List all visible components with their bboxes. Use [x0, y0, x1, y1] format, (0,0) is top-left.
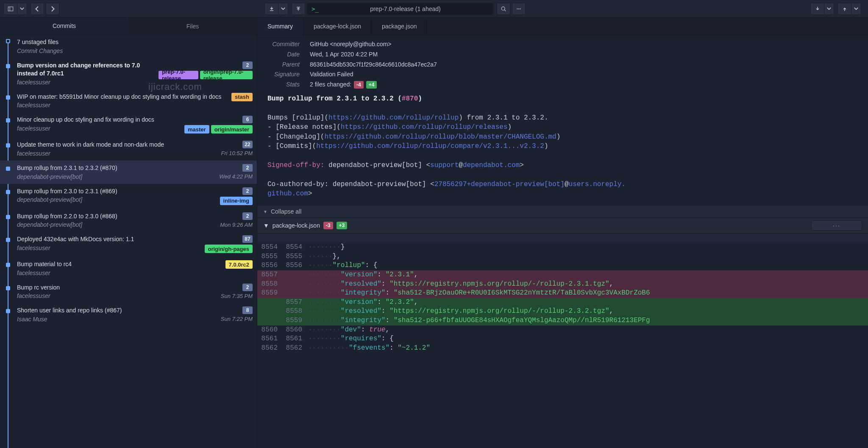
stats-deletions: -4 [354, 81, 364, 89]
commit-title: Minor cleanup up doc styling and fix wor… [17, 116, 154, 124]
commits-panel: Commits Files ijicrack.com 7 unstaged fi… [0, 18, 257, 448]
file-header[interactable]: ▼ package-lock.json -3 +3 ··· [257, 218, 868, 234]
commit-row[interactable]: Bump rollup from 2.3.1 to 2.3.2 (#870)de… [0, 161, 257, 184]
commit-author: dependabot-preview[bot] [17, 173, 117, 180]
commit-author: dependabot-preview[bot] [17, 196, 117, 203]
commit-title: Bump rollup from 2.3.1 to 2.3.2 (#870) [17, 164, 117, 173]
commit-title: Deployed 432e4ac with MkDocs version: 1.… [17, 235, 134, 244]
commit-title: Bump rc version [17, 284, 60, 292]
commit-row[interactable]: WIP on master: b5591bd Minor cleanup up … [0, 89, 257, 113]
unstaged-title: 7 unstaged files [17, 38, 253, 47]
commit-row[interactable]: Shorten user links and repo links (#867)… [0, 303, 257, 326]
collapse-all-label: Collapse all [271, 208, 301, 215]
svg-point-7 [518, 8, 519, 9]
commit-author: facelessuser [17, 150, 164, 157]
view-layout-button[interactable] [3, 3, 17, 15]
diff-line: 8558········"resolved": "https://registr… [257, 280, 868, 289]
commit-count-badge: 6 [242, 116, 253, 123]
diff-view[interactable]: 85548554········}85558555······},8556855… [257, 234, 868, 448]
tab-file-1[interactable]: package-lock.json [303, 18, 372, 35]
tab-files[interactable]: Files [128, 18, 257, 34]
commits-list[interactable]: ijicrack.com 7 unstaged files Commit Cha… [0, 35, 257, 448]
commit-author: facelessuser [17, 292, 60, 299]
toolbar: >_ prep-7.0-release (1 ahead) [0, 0, 868, 18]
svg-point-4 [501, 7, 505, 10]
file-more-button[interactable]: ··· [811, 220, 862, 231]
commit-count-badge: 8 [242, 306, 253, 314]
view-layout-dropdown[interactable] [17, 3, 27, 15]
pull-button[interactable] [810, 3, 824, 15]
commit-row[interactable]: Deployed 432e4ac with MkDocs version: 1.… [0, 232, 257, 257]
commit-time: Sun 7:22 PM [221, 316, 253, 322]
commit-title: Bump version and change references to 7.… [17, 61, 155, 78]
branch-label[interactable]: master [184, 125, 209, 134]
commit-title: Bump rollup from 2.2.0 to 2.3.0 (#868) [17, 212, 117, 221]
push-dropdown[interactable] [851, 3, 861, 15]
terminal-icon: >_ [312, 6, 319, 12]
meta-value: 86361b45db530c7f1f29c864c6610dc8a47ec2a7 [310, 60, 437, 70]
branch-label[interactable]: origin/prep-7.0-release [200, 71, 253, 79]
commit-row[interactable]: Minor cleanup up doc styling and fix wor… [0, 112, 257, 137]
tab-file-2[interactable]: package.json [372, 18, 428, 35]
branch-label[interactable]: prep-7.0-release [159, 71, 198, 79]
diff-line: 8557········"version": "2.3.1", [257, 270, 868, 280]
commit-count-badge: 2 [242, 164, 253, 172]
diff-line: 85628562··········"fsevents": "~2.1.2" [257, 344, 868, 353]
unstaged-row[interactable]: 7 unstaged files Commit Changes [0, 35, 257, 58]
file-additions: +3 [337, 222, 348, 229]
commit-author: facelessuser [17, 245, 134, 251]
meta-label: Date [257, 50, 300, 60]
svg-point-6 [517, 8, 517, 9]
diff-line: 85568556······"rollup": { [257, 261, 868, 270]
commit-row[interactable]: Bump rc versionfacelessuser2Sun 7:35 PM [0, 280, 257, 303]
commit-row[interactable]: Bump version and change references to 7.… [0, 58, 257, 89]
meta-label: Parent [257, 60, 300, 70]
forward-button[interactable] [46, 3, 59, 15]
commit-author: facelessuser [17, 102, 221, 109]
commit-row[interactable]: Bump rollup from 2.3.0 to 2.3.1 (#869)de… [0, 184, 257, 209]
collapse-all[interactable]: ▼ Collapse all [257, 205, 868, 218]
diff-line: 8557········"version": "2.3.2", [257, 298, 868, 307]
commit-title: WIP on master: b5591bd Minor cleanup up … [17, 93, 221, 101]
branch-label[interactable]: origin/master [211, 125, 253, 134]
commit-title: Update theme to work in dark mode and no… [17, 141, 164, 149]
commit-row[interactable]: Bump rollup from 2.2.0 to 2.3.0 (#868)de… [0, 209, 257, 232]
stash-dropdown[interactable] [278, 3, 288, 15]
diff-line: 8559········"integrity": "sha512-p66+fbf… [257, 316, 868, 326]
meta-value: GitHub <noreply@github.com> [310, 39, 391, 50]
meta-value: Validation Failed [310, 70, 353, 80]
commit-author: facelessuser [17, 125, 154, 132]
commit-time: Mon 9:26 AM [220, 222, 253, 228]
commit-row[interactable]: Bump material to rc4facelessuser7.0.0rc2 [0, 257, 257, 280]
svg-point-8 [520, 8, 520, 9]
meta-label: Committer [257, 39, 300, 50]
branch-indicator[interactable]: >_ prep-7.0-release (1 ahead) [307, 3, 493, 15]
tab-commits[interactable]: Commits [0, 18, 128, 34]
unstaged-sub: Commit Changes [17, 47, 253, 54]
search-button[interactable] [497, 3, 510, 15]
svg-rect-0 [8, 7, 13, 11]
back-button[interactable] [31, 3, 44, 15]
more-button[interactable] [512, 3, 526, 15]
commit-title: Bump material to rc4 [17, 260, 72, 269]
branch-text: prep-7.0-release (1 ahead) [322, 6, 489, 12]
branch-label[interactable]: 7.0.0rc2 [225, 260, 253, 269]
pull-dropdown[interactable] [824, 3, 834, 15]
push-button[interactable] [837, 3, 851, 15]
detail-panel: Summary package-lock.json package.json C… [257, 18, 868, 448]
pop-stash-button[interactable] [292, 3, 305, 15]
branch-label[interactable]: inline-img [220, 197, 253, 205]
commit-time: Fri 10:52 PM [221, 150, 253, 156]
file-deletions: -3 [323, 222, 333, 229]
diff-line: 85558555······}, [257, 252, 868, 262]
commit-row[interactable]: Update theme to work in dark mode and no… [0, 137, 257, 161]
branch-label[interactable]: stash [231, 93, 253, 101]
stash-button[interactable] [264, 3, 278, 15]
diff-line: 85618561········"requires": { [257, 334, 868, 344]
commit-author: Isaac Muse [17, 316, 122, 323]
commit-count-badge: 2 [242, 212, 253, 220]
branch-label[interactable]: origin/gh-pages [205, 245, 253, 253]
commit-count-badge: 2 [242, 284, 253, 291]
tab-summary[interactable]: Summary [257, 18, 303, 35]
diff-line: 8559········"integrity": "sha512-BRjzOau… [257, 289, 868, 298]
